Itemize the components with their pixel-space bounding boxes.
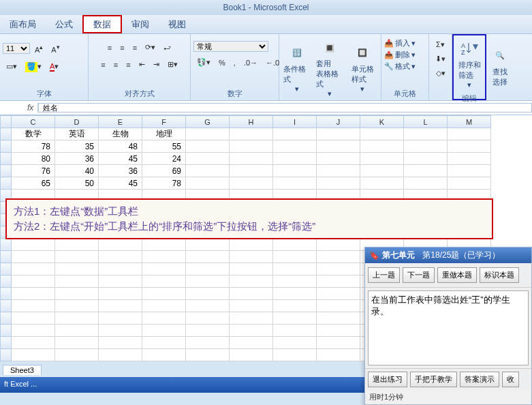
row-header[interactable] bbox=[1, 312, 12, 325]
empty-cell[interactable] bbox=[230, 325, 273, 337]
empty-cell[interactable] bbox=[317, 251, 360, 263]
empty-cell[interactable] bbox=[99, 288, 142, 300]
data-cell[interactable]: 65 bbox=[12, 177, 55, 190]
row-header[interactable] bbox=[1, 263, 12, 275]
data-cell[interactable]: 50 bbox=[55, 177, 99, 190]
empty-cell[interactable] bbox=[55, 325, 99, 337]
next-question-button[interactable]: 下一题 bbox=[403, 267, 435, 283]
align-top-button[interactable]: ≡ bbox=[104, 42, 115, 54]
data-cell[interactable]: 76 bbox=[12, 165, 55, 177]
menu-review[interactable]: 审阅 bbox=[122, 15, 159, 33]
percent-button[interactable]: % bbox=[215, 57, 229, 69]
fill-button[interactable]: ⬇▾ bbox=[432, 52, 449, 65]
prev-question-button[interactable]: 上一题 bbox=[368, 267, 400, 283]
comma-button[interactable]: , bbox=[230, 57, 239, 69]
empty-cell[interactable] bbox=[273, 325, 317, 337]
data-cell[interactable]: 35 bbox=[55, 140, 99, 153]
empty-cell[interactable] bbox=[230, 263, 273, 275]
empty-cell[interactable] bbox=[142, 325, 186, 337]
orientation-button[interactable]: ⟳▾ bbox=[142, 41, 159, 54]
empty-cell[interactable] bbox=[317, 275, 360, 288]
empty-cell[interactable] bbox=[12, 275, 55, 288]
empty-cell[interactable] bbox=[273, 300, 317, 312]
row-header[interactable] bbox=[1, 177, 12, 190]
collect-button[interactable]: 收 bbox=[502, 372, 519, 387]
menu-data[interactable]: 数据 bbox=[82, 15, 122, 33]
indent-decrease-button[interactable]: ⇤ bbox=[136, 58, 148, 71]
formula-input[interactable] bbox=[38, 103, 532, 112]
col-header[interactable]: D bbox=[55, 116, 99, 128]
empty-cell[interactable] bbox=[142, 288, 186, 300]
data-cell[interactable]: 80 bbox=[12, 153, 55, 165]
exit-practice-button[interactable]: 退出练习 bbox=[368, 372, 407, 387]
number-format-select[interactable]: 常规 bbox=[193, 41, 268, 52]
empty-cell[interactable] bbox=[12, 300, 55, 312]
empty-cell[interactable] bbox=[186, 312, 230, 325]
empty-cell[interactable] bbox=[317, 312, 360, 325]
col-header[interactable]: K bbox=[360, 116, 404, 128]
empty-cell[interactable] bbox=[12, 251, 55, 263]
mark-question-button[interactable]: 标识本题 bbox=[480, 267, 519, 283]
empty-cell[interactable] bbox=[317, 239, 360, 251]
indent-increase-button[interactable]: ⇥ bbox=[150, 58, 163, 71]
row-header[interactable] bbox=[1, 239, 12, 251]
empty-cell[interactable] bbox=[12, 239, 55, 251]
empty-cell[interactable] bbox=[273, 239, 317, 251]
col-header[interactable]: H bbox=[230, 116, 273, 128]
empty-cell[interactable] bbox=[230, 300, 273, 312]
redo-question-button[interactable]: 重做本题 bbox=[437, 267, 477, 283]
row-header[interactable] bbox=[1, 337, 12, 349]
data-cell[interactable]: 45 bbox=[99, 177, 142, 190]
empty-cell[interactable] bbox=[12, 312, 55, 325]
autosum-button[interactable]: Σ▾ bbox=[433, 38, 448, 51]
data-cell[interactable]: 78 bbox=[12, 140, 55, 153]
empty-cell[interactable] bbox=[186, 325, 230, 337]
empty-cell[interactable] bbox=[12, 263, 55, 275]
font-size-select[interactable]: 11 bbox=[3, 43, 30, 54]
data-cell[interactable]: 78 bbox=[142, 177, 186, 190]
empty-cell[interactable] bbox=[55, 349, 99, 361]
merge-button[interactable]: ⊞▾ bbox=[164, 58, 181, 71]
align-middle-button[interactable]: ≡ bbox=[116, 42, 127, 54]
data-cell[interactable]: 55 bbox=[142, 140, 186, 153]
empty-cell[interactable] bbox=[55, 239, 99, 251]
data-cell[interactable]: 36 bbox=[99, 165, 142, 177]
find-select-button[interactable]: 🔍 查找 选择 bbox=[489, 44, 511, 90]
empty-cell[interactable] bbox=[55, 288, 99, 300]
empty-cell[interactable] bbox=[99, 300, 142, 312]
empty-cell[interactable] bbox=[55, 251, 99, 263]
data-cell[interactable]: 69 bbox=[142, 165, 186, 177]
empty-cell[interactable] bbox=[230, 275, 273, 288]
empty-cell[interactable] bbox=[230, 337, 273, 349]
empty-cell[interactable] bbox=[142, 251, 186, 263]
empty-cell[interactable] bbox=[186, 349, 230, 361]
data-cell[interactable]: 48 bbox=[99, 140, 142, 153]
row-header[interactable] bbox=[1, 128, 12, 140]
empty-cell[interactable] bbox=[317, 337, 360, 349]
empty-cell[interactable] bbox=[99, 275, 142, 288]
empty-cell[interactable] bbox=[273, 275, 317, 288]
tutorial-button[interactable]: 手把手教学 bbox=[410, 372, 457, 387]
empty-cell[interactable] bbox=[186, 263, 230, 275]
row-header[interactable] bbox=[1, 165, 12, 177]
menu-view[interactable]: 视图 bbox=[159, 15, 195, 33]
row-header[interactable] bbox=[1, 140, 12, 153]
empty-cell[interactable] bbox=[230, 239, 273, 251]
empty-cell[interactable] bbox=[230, 349, 273, 361]
increase-font-button[interactable]: A▴ bbox=[31, 41, 46, 56]
empty-cell[interactable] bbox=[55, 312, 99, 325]
empty-cell[interactable] bbox=[186, 239, 230, 251]
row-header[interactable] bbox=[1, 349, 12, 361]
format-button[interactable]: 🔧格式▾ bbox=[384, 61, 416, 72]
data-cell[interactable]: 45 bbox=[99, 153, 142, 165]
empty-cell[interactable] bbox=[186, 337, 230, 349]
border-button[interactable]: ▭▾ bbox=[3, 60, 20, 73]
sort-filter-button[interactable]: AZ 排序和 筛选▾ bbox=[456, 37, 482, 92]
font-color-button[interactable]: A▾ bbox=[46, 60, 62, 73]
header-cell[interactable]: 数学 bbox=[12, 128, 55, 140]
empty-cell[interactable] bbox=[12, 349, 55, 361]
empty-cell[interactable] bbox=[186, 251, 230, 263]
empty-cell[interactable] bbox=[99, 349, 142, 361]
decrease-font-button[interactable]: A▾ bbox=[48, 41, 63, 56]
row-header[interactable] bbox=[1, 325, 12, 337]
